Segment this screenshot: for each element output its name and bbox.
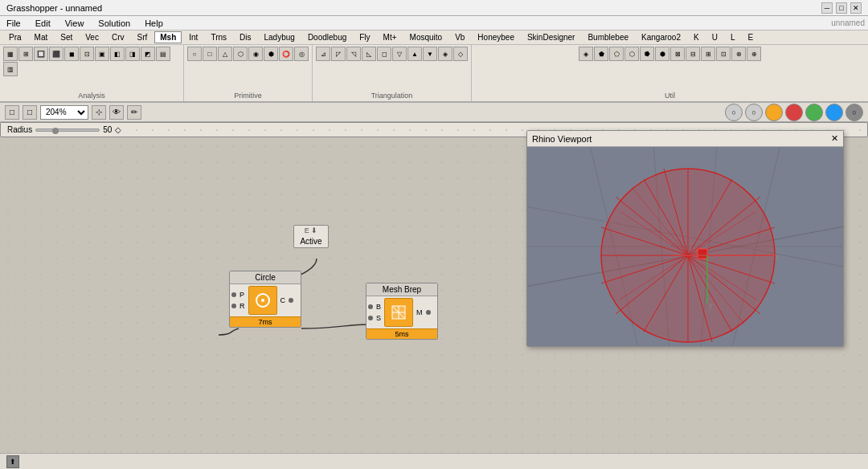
toolbar-icon-t2[interactable]: ◸ xyxy=(331,47,346,61)
tab-int[interactable]: Int xyxy=(183,31,203,43)
toolbar-icon-t7[interactable]: ▲ xyxy=(407,47,422,61)
toolbar-icon-e1[interactable]: ◈ xyxy=(579,47,593,61)
nav-btn-gray1[interactable]: ○ xyxy=(725,104,743,121)
close-button[interactable]: ✕ xyxy=(850,2,862,14)
toolbar-icon-12[interactable]: ▥ xyxy=(3,62,18,76)
toolbar-icon-e9[interactable]: ⊞ xyxy=(701,47,715,61)
mesh-brep-node[interactable]: Mesh Brep B S xyxy=(366,283,438,340)
toolbar-icon-8[interactable]: ◧ xyxy=(110,47,125,61)
toolbar-icon-e12[interactable]: ⊕ xyxy=(747,47,761,61)
minimize-button[interactable]: ─ xyxy=(821,2,833,14)
toolbar-icon-t1[interactable]: ⊿ xyxy=(316,47,330,61)
nav-btn-blue[interactable] xyxy=(825,104,843,121)
circle-node[interactable]: Circle P R C xyxy=(229,271,301,328)
tab-msh[interactable]: Msh xyxy=(154,31,182,43)
tab-dis[interactable]: Dis xyxy=(234,31,256,43)
tab-mt[interactable]: Mt+ xyxy=(378,31,403,43)
nav-btn-orange[interactable] xyxy=(765,104,783,121)
tab-skindesigner[interactable]: SkinDesigner xyxy=(522,31,580,43)
toolbar-icon-e11[interactable]: ⊗ xyxy=(731,47,746,61)
toolbar-icon-p3[interactable]: △ xyxy=(218,47,232,61)
tab-kangaroo2[interactable]: Kangaroo2 xyxy=(636,31,686,43)
toolbar-icon-p5[interactable]: ◉ xyxy=(248,47,263,61)
rhino-viewport[interactable]: Rhino Viewport ✕ Perspective ▼ xyxy=(526,130,844,347)
tab-ladybug[interactable]: Ladybug xyxy=(259,31,301,43)
toolbar-icon-10[interactable]: ◩ xyxy=(141,47,155,61)
toolbar-icon-p6[interactable]: ⬢ xyxy=(264,47,278,61)
status-upload-icon[interactable]: ⬆ xyxy=(6,455,19,468)
menu-solution[interactable]: Solution xyxy=(95,18,133,29)
toolbar-icon-9[interactable]: ◨ xyxy=(125,47,140,61)
small-btn-1[interactable]: □ xyxy=(5,105,19,120)
toolbar-icon-e4[interactable]: ⬡ xyxy=(624,47,639,61)
small-btn-2[interactable]: □ xyxy=(23,105,37,120)
toolbar-icon-e10[interactable]: ⊡ xyxy=(716,47,731,61)
radius-slider-track[interactable] xyxy=(35,128,100,132)
tab-e[interactable]: E xyxy=(742,31,759,43)
toolbar-icon-1[interactable]: ▦ xyxy=(3,47,18,61)
zoom-select[interactable]: 204% 100% 150% 200% xyxy=(40,105,88,120)
toolbar-icon-t6[interactable]: ▽ xyxy=(392,47,407,61)
menu-edit[interactable]: Edit xyxy=(32,18,54,29)
circle-port-c: C xyxy=(279,296,294,305)
nav-btn-gray2[interactable]: ○ xyxy=(745,104,763,121)
e-connector-node[interactable]: E ⬇ Active xyxy=(293,225,329,248)
rhino-viewport-content: Perspective ▼ xyxy=(527,147,843,346)
tab-mat[interactable]: Mat xyxy=(29,31,54,43)
tab-doodlebug[interactable]: Doodlebug xyxy=(302,31,352,43)
tab-mosquito[interactable]: Mosquito xyxy=(404,31,448,43)
toolbar-icon-e3[interactable]: ⬠ xyxy=(609,47,624,61)
maximize-button[interactable]: □ xyxy=(836,2,847,14)
tab-l[interactable]: L xyxy=(725,31,741,43)
triangulation-icons: ⊿ ◸ ◹ ◺ ◻ ▽ ▲ ▼ ◈ ◇ xyxy=(316,47,468,61)
toolbar-icon-p4[interactable]: ⬡ xyxy=(233,47,248,61)
tab-trns[interactable]: Trns xyxy=(205,31,232,43)
select-mode-btn[interactable]: ⊹ xyxy=(92,105,106,120)
mesh-port-b: B xyxy=(368,302,383,312)
toolbar-icon-t8[interactable]: ▼ xyxy=(423,47,437,61)
toolbar-icon-t9[interactable]: ◈ xyxy=(438,47,452,61)
tab-vec[interactable]: Vec xyxy=(80,31,104,43)
toolbar-icon-p2[interactable]: □ xyxy=(203,47,217,61)
toolbar-icon-6[interactable]: ⊡ xyxy=(80,47,94,61)
toolbar-icon-3[interactable]: 🔲 xyxy=(34,47,48,61)
tab-fly[interactable]: Fly xyxy=(354,31,375,43)
nav-btn-red[interactable] xyxy=(785,104,803,121)
tab-srf[interactable]: Srf xyxy=(132,31,154,43)
toolbar-icon-e8[interactable]: ⊟ xyxy=(686,47,700,61)
tab-pra[interactable]: Pra xyxy=(3,31,27,43)
toolbar-icon-e2[interactable]: ⬟ xyxy=(594,47,608,61)
radius-slider-knob[interactable] xyxy=(52,128,59,134)
nav-btn-gray3[interactable]: ○ xyxy=(845,104,863,121)
tab-bumblebee[interactable]: Bumblebee xyxy=(582,31,634,43)
canvas-area[interactable]: Radius 50 ◇ E ⬇ Active Circle P xyxy=(0,122,868,469)
tab-honeybee[interactable]: Honeybee xyxy=(472,31,520,43)
tab-crv[interactable]: Crv xyxy=(106,31,130,43)
toolbar-icon-p7[interactable]: ⭕ xyxy=(279,47,293,61)
nav-btn-green[interactable] xyxy=(805,104,823,121)
menu-file[interactable]: File xyxy=(3,18,24,29)
toolbar-icon-11[interactable]: ▤ xyxy=(156,47,170,61)
toolbar-icon-2[interactable]: ⊞ xyxy=(18,47,33,61)
toolbar-icon-t5[interactable]: ◻ xyxy=(377,47,391,61)
menu-view[interactable]: View xyxy=(62,18,88,29)
tab-set[interactable]: Set xyxy=(55,31,78,43)
rhino-viewport-close[interactable]: ✕ xyxy=(831,133,838,144)
tab-vb[interactable]: Vb xyxy=(449,31,470,43)
toolbar-icon-e6[interactable]: ⬢ xyxy=(655,47,669,61)
eye-btn[interactable]: 👁 xyxy=(109,105,124,120)
toolbar-icon-e7[interactable]: ⊠ xyxy=(670,47,685,61)
tab-u[interactable]: U xyxy=(706,31,723,43)
toolbar-icon-7[interactable]: ▣ xyxy=(95,47,109,61)
toolbar-icon-t10[interactable]: ◇ xyxy=(453,47,468,61)
toolbar-icon-t4[interactable]: ◺ xyxy=(362,47,376,61)
tab-k[interactable]: K xyxy=(688,31,705,43)
toolbar-icon-5[interactable]: ◼ xyxy=(64,47,79,61)
toolbar-icon-t3[interactable]: ◹ xyxy=(346,47,361,61)
menu-help[interactable]: Help xyxy=(141,18,166,29)
toolbar-icon-4[interactable]: ⬛ xyxy=(49,47,63,61)
toolbar-icon-p8[interactable]: ◎ xyxy=(294,47,309,61)
toolbar-icon-e5[interactable]: ⭓ xyxy=(640,47,654,61)
toolbar-icon-p1[interactable]: ○ xyxy=(187,47,202,61)
pen-btn[interactable]: ✏ xyxy=(127,105,141,120)
